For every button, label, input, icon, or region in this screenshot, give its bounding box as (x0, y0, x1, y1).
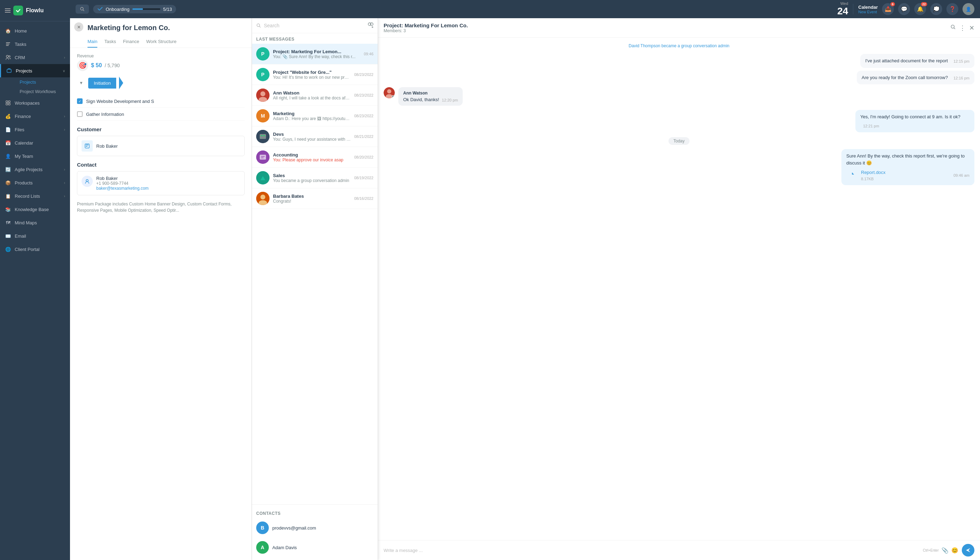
sidebar-item-knowledge-base[interactable]: 📚 Knowledge Base (0, 203, 70, 216)
msg-preview-accounting: You: Please approve our invoice asap (273, 158, 351, 162)
hamburger-menu[interactable] (5, 8, 10, 13)
sidebar-label-calendar: Calendar (15, 140, 65, 146)
files-icon: 📄 (5, 127, 11, 133)
description-text: Premium Package includes Custom Home Ban… (77, 201, 245, 213)
svg-point-19 (260, 92, 265, 96)
svg-rect-6 (6, 101, 8, 103)
sidebar-item-calendar[interactable]: 📅 Calendar (0, 136, 70, 150)
sidebar-item-workspaces[interactable]: Workspaces (0, 96, 70, 110)
msg-item-2[interactable]: P Project "Website for Gre..." You: Hi! … (252, 64, 378, 85)
msg-name-devs: Devs (273, 132, 351, 137)
sidebar-item-client-portal[interactable]: 🌐 Client Portal (0, 243, 70, 256)
sidebar-item-projects-sub[interactable]: Projects (15, 77, 70, 87)
chat-input-actions: Ctrl+Enter 📎 😊 (923, 547, 958, 554)
sidebar-item-agile[interactable]: 🔄 Agile Projects › (0, 163, 70, 176)
new-event-label[interactable]: New Event (858, 10, 878, 14)
sidebar-item-crm[interactable]: CRM › (0, 51, 70, 64)
send-btn[interactable] (962, 544, 974, 557)
sidebar-label-workspaces: Workspaces (15, 100, 65, 106)
sidebar-item-finance[interactable]: 💰 Finance › (0, 110, 70, 123)
chat-header-info: Project: Marketing For Lemon Co. Members… (383, 22, 468, 33)
stage-btn[interactable]: Initiation (88, 78, 116, 88)
sidebar-item-project-workflows[interactable]: Project Workflows (15, 87, 70, 96)
file-name[interactable]: Report.docx (861, 169, 885, 176)
bell-btn[interactable]: 🔔 22 (914, 3, 926, 15)
project-tab-tasks[interactable]: Tasks (104, 36, 116, 48)
svg-rect-23 (261, 135, 262, 136)
chat-search-icon[interactable] (950, 24, 956, 32)
inbox-btn[interactable]: 📥 6 (882, 3, 894, 15)
msg-name-sales: Sales (273, 173, 351, 178)
sidebar-label-email: Email (15, 233, 65, 239)
topbar-search[interactable] (76, 5, 89, 13)
contact-msg-avatar-2: A (256, 541, 269, 554)
sidebar-item-record-lists[interactable]: 📋 Record Lists › (0, 189, 70, 203)
project-tab-finance[interactable]: Finance (123, 36, 139, 48)
chat-more-icon[interactable]: ⋮ (959, 24, 966, 32)
chat-close-icon[interactable]: ✕ (969, 24, 974, 32)
msg-search-input[interactable] (264, 23, 364, 28)
contact-section-title: Contact (77, 162, 245, 168)
msg-item-sales[interactable]: Sales You became a group conversation ad… (252, 168, 378, 188)
msg-item-1[interactable]: P Project: Marketing For Lemon... You: 📎… (252, 44, 378, 64)
msg-item-devs[interactable]: Devs You: Guys, I need your assistance w… (252, 127, 378, 147)
msg-name-marketing: Marketing (273, 111, 351, 116)
bubble-text-1: I've just attached document for the repo… (865, 57, 948, 64)
calendar-nav-icon: 📅 (5, 140, 11, 146)
msg-add-btn[interactable] (367, 22, 373, 29)
sidebar-item-products[interactable]: 📦 Products › (0, 176, 70, 189)
msg-item-ann[interactable]: Ann Watson All right, I will take a look… (252, 85, 378, 106)
chat-panel: Project: Marketing For Lemon Co. Members… (378, 18, 980, 560)
customer-icon (82, 140, 93, 152)
sidebar-item-home[interactable]: 🏠 Home (0, 24, 70, 37)
task-checkbox-1[interactable]: ✓ (77, 98, 83, 104)
msg-item-barbara[interactable]: Barbara Bates Congrats! 08/16/2022 (252, 188, 378, 209)
attachment-icon[interactable]: 📎 (942, 547, 948, 554)
today-divider: Today (383, 138, 974, 143)
help-btn[interactable]: ❓ (947, 3, 958, 15)
revenue-section: Revenue 🎯 $ 50 / 5,790 (77, 53, 245, 71)
chat-message-input[interactable] (383, 548, 920, 553)
project-tab-main[interactable]: Main (88, 36, 97, 48)
contact-msg-item-2[interactable]: A Adam Davis (252, 538, 378, 557)
msg-time-sales: 08/19/2022 (354, 176, 373, 180)
contact-email[interactable]: baker@texasmarketing.com (96, 186, 149, 191)
onboarding-pill[interactable]: Onboarding 5/13 (93, 5, 176, 13)
sidebar-label-projects: Projects (16, 68, 59, 73)
svg-point-35 (387, 89, 391, 93)
msg-section-title: Last messages (252, 33, 378, 44)
sidebar-item-email[interactable]: ✉️ Email (0, 229, 70, 243)
sidebar-item-files[interactable]: 📄 Files › (0, 123, 70, 136)
today-label: Today (668, 137, 690, 145)
svg-rect-8 (6, 103, 8, 105)
sidebar-label-agile: Agile Projects (15, 167, 60, 172)
close-project-btn[interactable]: ✕ (74, 22, 83, 32)
project-tab-work-structure[interactable]: Work Structure (146, 36, 177, 48)
bubble-content-1: I've just attached document for the repo… (865, 57, 970, 64)
chat-subtitle: Members: 3 (383, 28, 468, 33)
emoji-icon[interactable]: 😊 (951, 547, 958, 554)
task-checkbox-2[interactable] (77, 111, 83, 117)
sidebar-item-tasks[interactable]: Tasks (0, 37, 70, 51)
chat-msg-row-file: Sure Ann! By the way, check this report … (383, 149, 974, 185)
ctrl-enter-label: Ctrl+Enter (923, 548, 939, 552)
sidebar-item-projects[interactable]: Projects ∨ (0, 64, 70, 77)
inbox-icon: 📥 (885, 6, 892, 12)
chat-btn[interactable]: 💬 (898, 3, 910, 15)
app-name: Flowlu (26, 7, 44, 13)
project-panel: ✕ Marketing for Lemon Co. Main Tasks Fin… (70, 18, 252, 560)
user-avatar[interactable]: 👤 (962, 3, 974, 15)
contact-msg-name-1: prodevvs@gmail.com (272, 525, 316, 531)
sidebar-item-mind-maps[interactable]: 🗺 Mind Maps (0, 216, 70, 229)
comment-btn[interactable]: 💭 (930, 3, 942, 15)
sidebar-item-my-team[interactable]: 👤 My Team (0, 150, 70, 163)
msg-preview-1: You: 📎 Sure Ann! By the way, check this … (273, 54, 360, 59)
msg-avatar-accounting (256, 150, 270, 164)
msg-item-accounting[interactable]: Accounting You: Please approve our invoi… (252, 147, 378, 168)
collapse-btn[interactable]: ▼ (77, 79, 85, 87)
sidebar-logo: Flowlu (0, 0, 70, 22)
msg-avatar-1: P (256, 47, 270, 60)
admin-user: David Thompson (628, 43, 660, 48)
msg-item-marketing[interactable]: M Marketing Adam D.: Here you are 🖼 http… (252, 106, 378, 127)
contact-msg-item-1[interactable]: B prodevvs@gmail.com (252, 518, 378, 538)
